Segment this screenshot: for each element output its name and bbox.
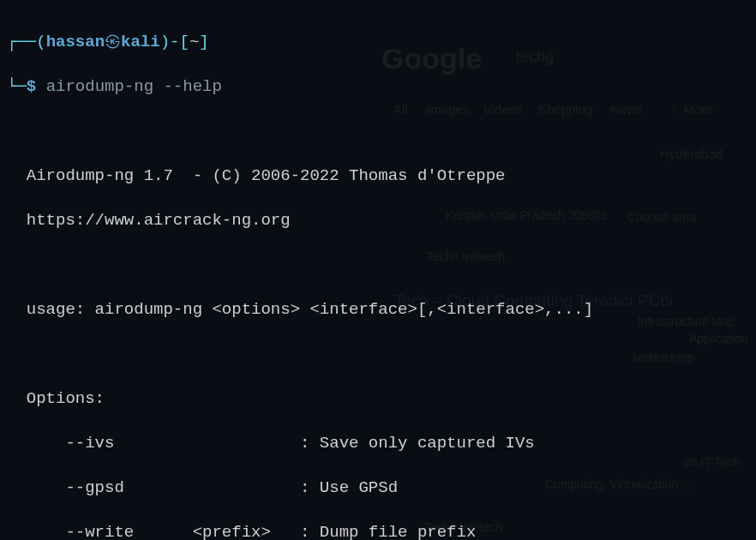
output-options-header: Options: [7, 387, 749, 410]
output-url: https://www.aircrack-ng.org [7, 209, 749, 231]
close-bracket: ] [199, 33, 208, 51]
terminal-window[interactable]: ┌──(hassan㉿kali)-[~] └─$ airodump-ng --h… [0, 0, 756, 540]
output-line [7, 343, 749, 365]
output-opt-ivs: --ivs : Save only captured IVs [7, 432, 749, 454]
output-line [7, 254, 749, 276]
box-corner-bl: └─ [7, 77, 27, 96]
output-usage: usage: airodump-ng <options> <interface>… [7, 298, 749, 321]
open-paren: ( [36, 33, 45, 51]
open-bracket: [ [179, 33, 189, 51]
at-icon: ㉿ [105, 33, 121, 51]
output-version: Airodump-ng 1.7 - (C) 2006-2022 Thomas d… [7, 165, 749, 187]
dash: - [170, 33, 179, 51]
box-corner-tl: ┌── [7, 33, 36, 51]
prompt-path: ~ [189, 33, 199, 51]
prompt-host: kali [121, 33, 160, 51]
dollar-icon: $ [27, 77, 36, 96]
prompt-user: hassan [46, 33, 105, 51]
output-line [7, 120, 749, 142]
command-input[interactable]: airodump-ng --help [46, 77, 222, 96]
output-opt-write: --write <prefix> : Dump file prefix [7, 521, 749, 540]
prompt-line-1: ┌──(hassan㉿kali)-[~] [7, 31, 749, 53]
output-opt-gpsd: --gpsd : Use GPSd [7, 477, 749, 499]
close-paren: ) [160, 33, 170, 51]
prompt-line-2: └─$ airodump-ng --help [7, 75, 749, 98]
